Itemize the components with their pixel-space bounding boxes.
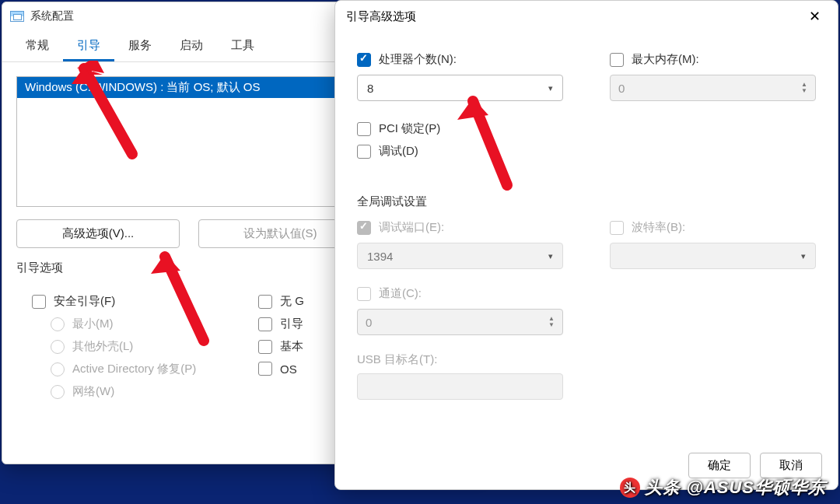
usb-target-input (357, 373, 563, 400)
spin-buttons-icon: ▲▼ (548, 316, 555, 328)
chevron-down-icon: ▾ (548, 83, 553, 93)
max-memory-spin: 0 ▲▼ (610, 75, 816, 101)
tab-boot[interactable]: 引导 (63, 30, 114, 61)
nogui-label: 无 G (280, 294, 304, 309)
msconfig-icon (10, 11, 24, 22)
chevron-down-icon: ▾ (548, 251, 553, 261)
radio-altshell-label: 其他外壳(L) (72, 339, 133, 354)
radio-network-label: 网络(W) (72, 384, 114, 399)
watermark-text: 头条 @ASUS华硕华东 (645, 476, 826, 499)
watermark: 头 头条 @ASUS华硕华东 (620, 476, 826, 499)
chevron-down-icon: ▾ (801, 251, 806, 261)
cpu-count-label: 处理器个数(N): (379, 52, 457, 67)
radio-minimal (51, 317, 65, 331)
advanced-boot-dialog: 引导高级选项 ✕ 处理器个数(N): 8 ▾ PCI 锁定(P) 调试(D) 最… (334, 0, 838, 490)
max-memory-label: 最大内存(M): (632, 52, 699, 67)
cpu-count-combo[interactable]: 8 ▾ (357, 75, 563, 101)
usb-target-label: USB 目标名(T): (357, 352, 563, 367)
ok-button[interactable]: 确定 (688, 453, 751, 478)
advanced-options-button[interactable]: 高级选项(V)... (16, 219, 180, 248)
radio-altshell (51, 340, 65, 354)
close-icon[interactable]: ✕ (803, 5, 827, 28)
cpu-count-checkbox[interactable] (357, 53, 371, 67)
msconfig-title: 系统配置 (30, 9, 74, 23)
debug-checkbox[interactable] (357, 145, 371, 159)
tab-general[interactable]: 常规 (12, 30, 63, 61)
debug-port-combo: 1394 ▾ (357, 243, 563, 269)
bootlog-checkbox[interactable] (258, 317, 272, 331)
basevideo-label: 基本 (280, 339, 303, 354)
baud-combo: ▾ (610, 243, 816, 269)
tab-tools[interactable]: 工具 (217, 30, 268, 61)
max-memory-checkbox[interactable] (610, 53, 624, 67)
basevideo-checkbox[interactable] (258, 340, 272, 354)
channel-checkbox (357, 287, 371, 301)
channel-label: 通道(C): (379, 286, 422, 301)
tab-startup[interactable]: 启动 (166, 30, 217, 61)
cancel-button[interactable]: 取消 (760, 453, 822, 478)
radio-adrepair (51, 362, 65, 376)
debug-port-label: 调试端口(E): (379, 220, 444, 235)
tab-services[interactable]: 服务 (114, 30, 166, 61)
radio-adrepair-label: Active Directory 修复(P) (72, 362, 196, 376)
baud-label: 波特率(B): (632, 220, 685, 235)
safe-boot-checkbox[interactable] (32, 295, 46, 309)
advdlg-title: 引导高级选项 (346, 9, 416, 24)
radio-network (51, 385, 65, 399)
radio-minimal-label: 最小(M) (72, 317, 114, 331)
debug-label: 调试(D) (379, 144, 418, 159)
watermark-icon: 头 (620, 478, 640, 498)
debug-port-value: 1394 (367, 250, 393, 263)
debug-port-checkbox (357, 221, 371, 235)
cpu-count-value: 8 (367, 82, 373, 95)
global-debug-title: 全局调试设置 (357, 194, 816, 209)
safe-boot-label: 安全引导(F) (54, 294, 115, 309)
channel-value: 0 (366, 316, 372, 329)
nogui-checkbox[interactable] (258, 295, 272, 309)
spin-buttons-icon: ▲▼ (801, 82, 807, 94)
osbootinfo-label: OS (280, 362, 297, 376)
baud-checkbox (610, 221, 624, 235)
max-memory-value: 0 (618, 82, 625, 95)
channel-spin: 0 ▲▼ (357, 309, 563, 335)
advdlg-titlebar: 引导高级选项 ✕ (335, 1, 838, 32)
pci-lock-checkbox[interactable] (357, 122, 371, 136)
osbootinfo-checkbox[interactable] (258, 362, 272, 376)
bootlog-label: 引导 (280, 317, 303, 331)
pci-lock-label: PCI 锁定(P) (379, 121, 440, 136)
